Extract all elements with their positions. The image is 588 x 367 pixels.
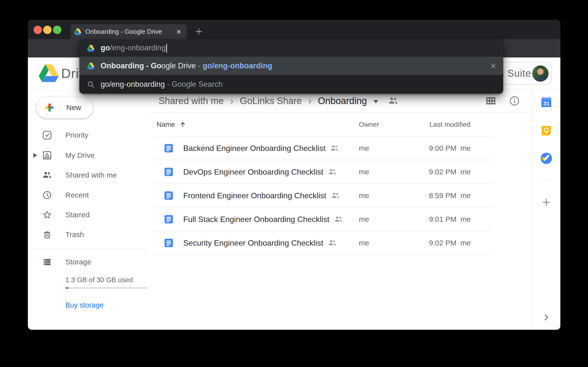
file-modified: 9:02 PMme [429,160,471,184]
new-plus-icon [44,102,55,113]
new-tab-button[interactable] [195,28,202,35]
sidebar-item-storage[interactable]: Storage [28,252,146,272]
sidebar-label: Recent [65,191,89,199]
sidebar-item-shared-with-me[interactable]: Shared with me [28,165,146,185]
remove-suggestion-icon[interactable] [490,62,497,70]
file-name: Frontend Engineer Onboarding Checklist [183,191,326,200]
buy-storage-link[interactable]: Buy storage [65,301,104,309]
breadcrumb-shared-with-me[interactable]: Shared with me [159,96,224,106]
close-tab-icon[interactable] [175,28,182,35]
browser-window: Onboarding - Google Drive [28,20,560,330]
table-header-row: Name Owner Last modified [153,112,493,136]
sidebar-label: Shared with me [65,171,117,179]
file-name: Security Engineer Onboarding Checklist [183,239,323,248]
drive-favicon [87,63,94,69]
get-addons-plus-icon[interactable] [542,198,551,207]
file-owner: me [359,207,369,231]
google-keep-icon[interactable] [541,125,552,136]
file-table: Name Owner Last modified Backend Enginee… [153,112,493,255]
file-owner: me [359,184,369,207]
file-row[interactable]: Security Engineer Onboarding Checklist m… [153,231,493,255]
google-doc-icon [165,215,173,223]
info-icon[interactable] [509,96,520,106]
shared-indicator-icon [328,168,336,176]
breadcrumb-separator-icon: › [230,95,233,107]
file-owner: me [359,160,369,184]
google-calendar-icon[interactable]: 31 [541,96,552,108]
browser-tab[interactable]: Onboarding - Google Drive [71,24,187,39]
trash-icon [42,230,52,239]
sidebar-item-recent[interactable]: Recent [28,185,146,205]
sort-ascending-icon[interactable] [180,121,186,128]
storage-label: Storage [65,258,91,266]
file-owner: me [359,136,369,160]
panel-divider [539,180,553,180]
breadcrumb-golinks-share[interactable]: GoLinks Share [240,96,302,106]
suggestion-text: Onboarding - Google Drive - go/eng-onboa… [101,61,272,70]
storage-usage-text: 1.3 GB of 30 GB used [65,276,133,284]
column-header-modified[interactable]: Last modified [429,112,471,136]
shared-people-icon [42,170,52,180]
maximize-window-button[interactable] [53,26,61,34]
sidebar-item-priority[interactable]: Priority [28,125,146,145]
sidebar-label: Priority [65,131,88,139]
tab-title: Onboarding - Google Drive [85,28,162,36]
text-cursor [166,44,167,53]
file-name: Backend Engineer Onboarding Checklist [183,144,325,153]
file-row[interactable]: Frontend Engineer Onboarding Checklist m… [153,184,493,207]
omnibox-text: go/eng-onboarding [101,43,167,53]
file-row[interactable]: Backend Engineer Onboarding Checklist me… [153,136,493,160]
tab-strip: Onboarding - Google Drive [28,20,560,39]
minimize-window-button[interactable] [43,26,52,34]
side-panel-divider [533,89,533,330]
file-modified: 8:59 PMme [429,184,471,207]
drive-favicon [74,28,81,35]
omnibox[interactable]: go/eng-onboarding [79,39,503,57]
new-button[interactable]: New [36,97,93,118]
drive-page: Drive G Suite New [28,57,560,330]
hide-panel-chevron-icon[interactable] [542,313,551,322]
shared-indicator-icon [330,144,339,152]
shared-indicator-icon [331,191,340,200]
close-window-button[interactable] [34,26,42,34]
my-drive-icon [42,151,52,160]
suggestion-text: go/eng-onboarding - Google Search [101,80,223,89]
account-avatar[interactable] [532,65,549,82]
google-doc-icon [165,168,173,176]
sidebar-label: Starred [65,211,90,219]
omnibox-dropdown: go/eng-onboarding Onboarding - Google Dr… [79,39,503,94]
column-header-owner[interactable]: Owner [359,112,379,136]
file-modified: 9:02 PMme [429,231,471,255]
drive-logo [39,64,59,82]
column-header-name[interactable]: Name [157,112,186,136]
breadcrumb-onboarding[interactable]: Onboarding [318,96,367,106]
sidebar-divider [28,249,147,249]
sidebar-label: My Drive [65,151,94,160]
folder-menu-caret-icon[interactable] [373,100,378,103]
shared-indicator-icon [334,215,343,223]
google-doc-icon [165,239,173,247]
file-row[interactable]: Full Stack Engineer Onboarding Checklist… [153,207,493,231]
sidebar-item-starred[interactable]: Starred [28,205,146,225]
suggestion-drive-link[interactable]: Onboarding - Google Drive - go/eng-onboa… [79,57,503,75]
google-doc-icon [165,144,173,152]
new-button-label: New [66,103,81,112]
sidebar-item-trash[interactable]: Trash [28,225,146,244]
file-modified: 9:01 PMme [429,207,471,231]
drive-favicon [87,45,94,52]
expand-arrow-icon[interactable] [33,153,37,158]
star-icon [42,210,52,220]
shared-indicator-icon [328,239,336,247]
google-tasks-icon[interactable] [540,152,552,165]
sidebar-item-my-drive[interactable]: My Drive [28,146,146,165]
clock-icon [42,190,52,200]
suggestion-google-search[interactable]: go/eng-onboarding - Google Search [79,75,503,94]
file-name: DevOps Engineer Onboarding Checklist [183,167,323,177]
storage-progress-track [65,287,147,289]
file-name: Full Stack Engineer Onboarding Checklist [183,215,329,224]
grid-view-icon[interactable] [486,96,496,106]
storage-progress-fill [65,287,69,289]
svg-text:31: 31 [543,100,549,107]
file-row[interactable]: DevOps Engineer Onboarding Checklist me … [153,160,493,184]
sidebar-label: Trash [65,230,84,239]
